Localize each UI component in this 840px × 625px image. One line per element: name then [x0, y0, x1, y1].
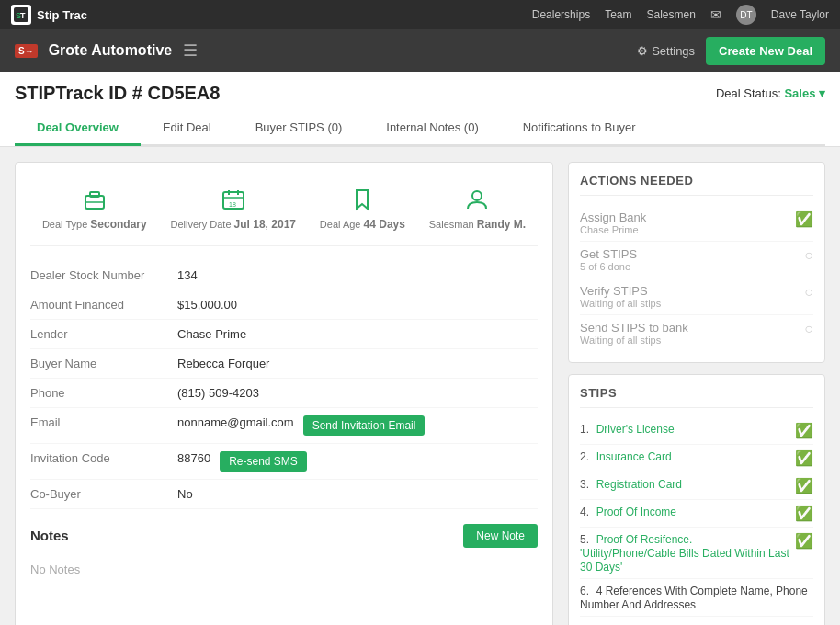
stip-1-text: 1. Driver's License	[580, 422, 675, 436]
stip-item-3: 3. Registration Card ✅	[580, 472, 813, 500]
nav-dealerships[interactable]: Dealerships	[532, 8, 590, 21]
resend-sms-button[interactable]: Re-send SMS	[220, 451, 307, 472]
salesman-value: Randy M.	[477, 218, 526, 231]
action-verify-stips: Verify STIPS Waiting of all stips ○	[580, 278, 813, 315]
stip-5-check: ✅	[795, 532, 813, 550]
stip-6-text: 6. 4 References With Complete Name, Phon…	[580, 584, 813, 611]
lender-label: Lender	[30, 327, 177, 341]
info-rows: Dealer Stock Number 134 Amount Financed …	[30, 261, 538, 509]
settings-button[interactable]: ⚙ Settings	[637, 44, 695, 58]
stip-2-check: ✅	[795, 449, 813, 467]
email-label: Email	[30, 415, 177, 436]
sub-header: S→ Grote Automotive ☰ ⚙ Settings Create …	[0, 29, 840, 72]
stip-1-link[interactable]: Driver's License	[596, 423, 675, 436]
action-send-stips: Send STIPS to bank Waiting of all stips …	[580, 315, 813, 351]
info-row-lender: Lender Chase Prime	[30, 320, 538, 349]
no-notes-text: No Notes	[30, 555, 538, 584]
hamburger-menu[interactable]: ☰	[183, 40, 198, 61]
amount-label: Amount Financed	[30, 298, 177, 312]
svg-rect-4	[90, 192, 99, 197]
new-note-button[interactable]: New Note	[463, 524, 538, 548]
cobuyer-value: No	[177, 487, 193, 501]
cobuyer-label: Co-Buyer	[30, 487, 177, 501]
delivery-date-summary: 18 Delivery Date Jul 18, 2017	[171, 185, 296, 231]
action-send-stips-text: Send STIPS to bank Waiting of all stips	[580, 321, 688, 346]
stip-4-link[interactable]: Proof Of Income	[596, 506, 676, 518]
action-verify-stips-text: Verify STIPS Waiting of all stips	[580, 284, 661, 309]
left-panel: Deal Type Secondary 18 Delivery Date Jul…	[15, 162, 553, 625]
stip-5-text: 5. Proof Of Resifence. 'Utility/Phone/Ca…	[580, 532, 789, 574]
stip-4-text: 4. Proof Of Income	[580, 505, 676, 518]
app-name: Stip Trac	[37, 8, 87, 22]
info-row-phone: Phone (815) 509-4203	[30, 379, 538, 408]
svg-text:18: 18	[229, 201, 236, 208]
page-title: STIPTrack ID # CD5EA8	[15, 83, 220, 104]
svg-text:T: T	[20, 11, 26, 20]
stip-5-link[interactable]: Proof Of Resifence. 'Utility/Phone/Cable…	[580, 533, 789, 574]
action-verify-stips-sub: Waiting of all stips	[580, 298, 661, 309]
svg-marker-11	[357, 190, 368, 209]
stip-item-5: 5. Proof Of Resifence. 'Utility/Phone/Ca…	[580, 528, 813, 579]
tab-internal-notes[interactable]: Internal Notes (0)	[364, 111, 500, 146]
send-invitation-button[interactable]: Send Invitation Email	[303, 415, 426, 436]
tab-deal-overview[interactable]: Deal Overview	[15, 111, 141, 146]
sub-header-left: S→ Grote Automotive ☰	[15, 40, 198, 61]
action-assign-bank-sub: Chase Prime	[580, 224, 646, 235]
buyer-value: Rebecca Forquer	[177, 357, 269, 370]
stip-6-number: 6.	[580, 585, 589, 597]
actions-needed-title: ACTIONS NEEDED	[580, 174, 813, 196]
nav-salesmen[interactable]: Salesmen	[646, 8, 695, 21]
stip-3-check: ✅	[795, 477, 813, 494]
stip-item-6: 6. 4 References With Complete Name, Phon…	[580, 579, 813, 617]
action-assign-bank-check: ✅	[795, 210, 813, 228]
action-verify-stips-name: Verify STIPS	[580, 284, 661, 298]
stip-3-link[interactable]: Registration Card	[596, 478, 682, 491]
stip-1-check: ✅	[795, 422, 813, 439]
app-logo: S T	[11, 5, 31, 25]
messages-icon[interactable]: ✉	[710, 7, 721, 22]
buyer-label: Buyer Name	[30, 357, 177, 370]
user-name: Dave Taylor	[771, 8, 829, 21]
action-get-stips-text: Get STIPS 5 of 6 done	[580, 247, 637, 272]
action-send-stips-name: Send STIPS to bank	[580, 321, 688, 335]
deal-status-value[interactable]: Sales ▾	[784, 86, 825, 100]
stock-value: 134	[177, 268, 198, 282]
nav-team[interactable]: Team	[605, 8, 631, 21]
deal-age-value: 44 Days	[364, 218, 405, 231]
action-assign-bank-text: Assign Bank Chase Prime	[580, 210, 646, 235]
tab-buyer-stips[interactable]: Buyer STIPS (0)	[233, 111, 365, 146]
page-header: STIPTrack ID # CD5EA8 Deal Status: Sales…	[0, 72, 840, 147]
stip-1-number: 1.	[580, 423, 589, 436]
deal-type-label: Deal Type Secondary	[42, 218, 147, 231]
email-value: nonname@gmail.com	[177, 415, 294, 436]
tab-notifications[interactable]: Notifications to Buyer	[501, 111, 658, 146]
notes-header: Notes New Note	[30, 524, 538, 548]
stip-2-text: 2. Insurance Card	[580, 449, 672, 463]
phone-value: (815) 509-4203	[177, 386, 259, 400]
create-deal-button[interactable]: Create New Deal	[706, 37, 825, 65]
avatar: DT	[736, 5, 756, 25]
stip-5-number: 5.	[580, 533, 589, 546]
stips-card: STIPS 1. Driver's License ✅ 2. Insurance…	[568, 374, 825, 625]
invitation-label: Invitation Code	[30, 451, 177, 472]
info-row-amount: Amount Financed $15,000.00	[30, 290, 538, 320]
right-panel: ACTIONS NEEDED Assign Bank Chase Prime ✅…	[568, 162, 825, 625]
stip-logo: S→	[15, 44, 38, 58]
action-verify-stips-check: ○	[804, 284, 813, 301]
info-row-email: Email nonname@gmail.com Send Invitation …	[30, 408, 538, 444]
info-row-cobuyer: Co-Buyer No	[30, 480, 538, 509]
deal-status-row: Deal Status: Sales ▾	[716, 86, 825, 100]
page-title-row: STIPTrack ID # CD5EA8 Deal Status: Sales…	[15, 83, 825, 104]
stip-item-4: 4. Proof Of Income ✅	[580, 500, 813, 528]
person-icon	[464, 185, 490, 212]
main-content: Deal Type Secondary 18 Delivery Date Jul…	[0, 147, 840, 625]
briefcase-icon	[82, 185, 108, 212]
stock-label: Dealer Stock Number	[30, 268, 177, 282]
gear-icon: ⚙	[637, 44, 648, 58]
action-get-stips-sub: 5 of 6 done	[580, 261, 637, 272]
tab-edit-deal[interactable]: Edit Deal	[141, 111, 233, 146]
stip-3-text: 3. Registration Card	[580, 477, 682, 491]
actions-needed-card: ACTIONS NEEDED Assign Bank Chase Prime ✅…	[568, 162, 825, 363]
stip-2-link[interactable]: Insurance Card	[596, 450, 672, 463]
top-nav-left: S T Stip Trac	[11, 5, 87, 25]
